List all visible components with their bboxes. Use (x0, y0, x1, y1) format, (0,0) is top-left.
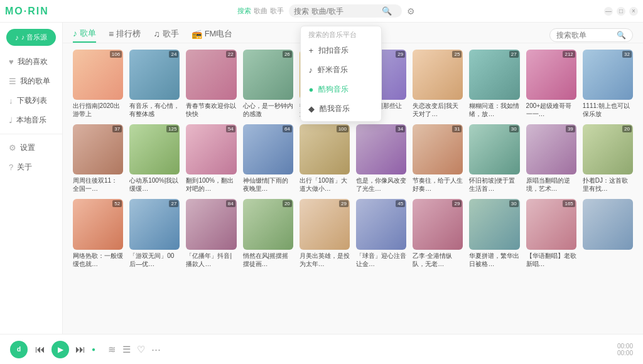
dropdown-item-qqmusic[interactable]: + 扣扣音乐 (301, 41, 381, 60)
play-button[interactable]: ▶ (51, 341, 69, 358)
playlist-card[interactable]: ▶3212 37 周周往後双11：全国一… (73, 124, 123, 193)
sidebar-item-settings[interactable]: ⚙ 设置 (0, 138, 62, 158)
playlist-card[interactable]: ▶30447 32 1111:朝上也可以保乐放 (583, 50, 633, 118)
sidebar-item-download[interactable]: ↓ 下载列表 (0, 91, 62, 110)
playlist-title: 翻到100%，翻出对吧的… (186, 176, 236, 193)
tab-artists[interactable]: ♫ 歌手 (153, 28, 179, 43)
playlist-title: 糊糊问道：我如情绪，放… (469, 102, 519, 118)
player-time: 00:00 00:00 (617, 343, 633, 356)
minimize-button[interactable]: — (604, 7, 613, 16)
charts-tab-icon: ≡ (109, 29, 114, 39)
playlist-card[interactable]: ▶0 10万 30 怀旧初坡|便于置生活首… (469, 124, 519, 193)
playlist-card[interactable]: ▶17532 27 糊糊问道：我如情绪，放… (469, 50, 519, 118)
xiami-icon: ♪ (308, 65, 313, 75)
prev-button[interactable]: ⏮ (35, 344, 45, 355)
dropdown-item-kugou[interactable]: ● 酷狗音乐 (301, 80, 381, 99)
playlist-title: 失恋改变后|我天天对了… (413, 102, 463, 118)
playlist-badge: 165 (563, 200, 575, 207)
playlist-badge: 100 (337, 126, 349, 132)
playlist-card[interactable]: ▶18003 31 节奏往，给于人生好奏… (413, 124, 463, 193)
playlist-search-input[interactable] (556, 31, 613, 40)
tag-search[interactable]: 搜索 (237, 6, 251, 16)
tab-label: 排行榜 (116, 28, 141, 40)
dropdown-item-xiami[interactable]: ♪ 虾米音乐 (301, 60, 381, 80)
sidebar-item-label: 我的歌单 (20, 76, 50, 87)
settings-icon[interactable]: ⚙ (407, 6, 415, 16)
music-icon: ♪ (15, 33, 19, 42)
search-input[interactable] (294, 7, 382, 16)
search-icon[interactable]: 🔍 (382, 6, 392, 16)
equalizer-icon[interactable]: ≋ (108, 344, 116, 355)
sidebar-item-label: 本地音乐 (16, 115, 46, 126)
sidebar-item-favorites[interactable]: ♥ 我的喜欢 (0, 52, 62, 72)
playlist-title: 怀旧初坡|便于置生活首… (469, 176, 519, 193)
artists-tab-icon: ♫ (153, 29, 160, 39)
playlist-badge: 106 (110, 51, 122, 58)
playlist-card[interactable]: ▶48767 25 失恋改变后|我天天对了… (413, 50, 463, 118)
tab-radio[interactable]: 📻 FM电台 (192, 28, 233, 43)
sidebar: ♪ ♪ 音乐源 ♥ 我的喜欢 ☰ 我的歌单 ↓ 下载列表 ♩ 本地音乐 ⚙ 设置… (0, 23, 63, 334)
playlist-card[interactable]: ▶80406 20 扑着DJ：这首歌里有找… (583, 124, 633, 193)
playlist-card[interactable]: ▶0187 52 网络热歌：一般缓缓也就… (73, 199, 123, 267)
shuffle-button[interactable]: ● (92, 346, 95, 353)
playlist-title: 青春节奏欢迎你以快快 (186, 102, 236, 118)
playlist-card[interactable] (583, 199, 633, 267)
sidebar-item-playlist[interactable]: ☰ 我的歌单 (0, 72, 62, 91)
playlist-card[interactable]: ▶03965 34 也是，你像风改变了光生… (356, 124, 406, 193)
playlist-card[interactable]: ▶01429 100 出行「100首」大道大做小… (300, 124, 350, 193)
playlist-card[interactable]: ▶41567 26 心心，是一秒钟内的感激 (243, 50, 293, 118)
playlist-card[interactable]: ▶76484 27 「游双无间」00后—优… (129, 199, 180, 267)
tab-playlist[interactable]: ♪ 歌单 (73, 28, 96, 43)
sidebar-item-about[interactable]: ? 关于 (0, 158, 62, 177)
playlist-badge: 30 (509, 126, 519, 132)
playlist-badge: 27 (169, 200, 178, 207)
playlist-title: 有音乐，有心情，有整体感 (129, 102, 180, 118)
playlist-title: 「游双无间」00后—优… (129, 252, 180, 268)
playlist-card[interactable]: ▶0147 64 神仙缀情|下雨的夜晚里… (243, 124, 293, 193)
playlist-card[interactable]: ▶53716 39 原唱当翻唱的逆境，艺术… (526, 124, 576, 193)
playlist-title: 出行「100首」大道大做小… (300, 176, 350, 193)
content-search-box[interactable]: 🔍 (549, 28, 633, 42)
tab-label: FM电台 (205, 28, 233, 40)
playlist-card[interactable]: ▶0127 30 华夏拼谱，繁华出日被格… (469, 199, 519, 267)
playlist-card[interactable]: ▶3148 54 翻到100%，翻出对吧的… (186, 124, 236, 193)
close-button[interactable]: × (629, 7, 638, 16)
more-icon[interactable]: ⋯ (151, 344, 161, 355)
dropdown-label-kuwo: 酷我音乐 (320, 104, 350, 114)
sidebar-item-local[interactable]: ♩ 本地音乐 (0, 110, 62, 130)
list-icon[interactable]: ☰ (122, 344, 131, 355)
playlist-title: 也是，你像风改变了光生… (356, 176, 406, 193)
tab-charts[interactable]: ≡ 排行榜 (109, 28, 141, 43)
playlist-card[interactable]: ▶03515 22 青春节奏欢迎你以快快 (186, 50, 236, 118)
search-box[interactable]: 🔍 (289, 4, 402, 18)
content-search-icon[interactable]: 🔍 (617, 31, 626, 40)
playlist-card[interactable]: ▶18108 29 乙李·全港情纵队，无老… (413, 199, 463, 267)
playlist-card[interactable]: ▶0177万 165 【华语翻唱】老歌新唱… (526, 199, 576, 267)
sidebar-item-label: 我的喜欢 (18, 56, 48, 67)
playlist-badge: 29 (396, 51, 405, 58)
playlist-card[interactable]: ▶93511 24 有音乐，有心情，有整体感 (129, 50, 180, 118)
playlist-badge: 37 (112, 126, 122, 132)
playlist-card[interactable]: ▶0180 45 「球音」迎心注音让金… (356, 199, 406, 267)
heart-btn[interactable]: ♡ (137, 344, 145, 355)
player-right-controls: ≋ ☰ ♡ ⋯ (108, 344, 161, 355)
next-button[interactable]: ⏭ (75, 344, 85, 355)
sidebar-item-label: 下载列表 (17, 95, 47, 106)
playlist-badge: 64 (283, 126, 292, 132)
tag-artists[interactable]: 歌手 (270, 6, 284, 16)
dropdown-item-kuwo[interactable]: ◆ 酷我音乐 (301, 99, 381, 119)
playlist-title: 200+超级难哥哥 一一… (526, 102, 576, 118)
time-total: 00:00 (617, 350, 633, 356)
playlist-badge: 34 (396, 126, 405, 132)
playlist-card[interactable]: ▶50604 29 月美出英雄，是投为太年… (300, 199, 350, 267)
playlist-card[interactable]: ▶93109 106 出行指南|2020出游带上 (73, 50, 123, 118)
playlist-card[interactable]: ▶68834 84 「亿播年」抖音|播款人… (186, 199, 236, 267)
tab-label: 歌手 (163, 28, 179, 40)
tag-songs[interactable]: 歌曲 (254, 6, 267, 16)
playlist-card[interactable]: ▶031万 212 200+超级难哥哥 一一… (526, 50, 576, 118)
playlist-card[interactable]: ▶0107 20 悄然在风|摇摆摇摆徒画… (243, 199, 293, 267)
music-source-button[interactable]: ♪ ♪ 音乐源 (6, 29, 56, 46)
playlist-card[interactable]: ▶59360 125 心动系100%|我以缓缓… (129, 124, 180, 193)
maximize-button[interactable]: □ (617, 7, 625, 16)
playlist-title: 月美出英雄，是投为太年… (300, 252, 350, 268)
